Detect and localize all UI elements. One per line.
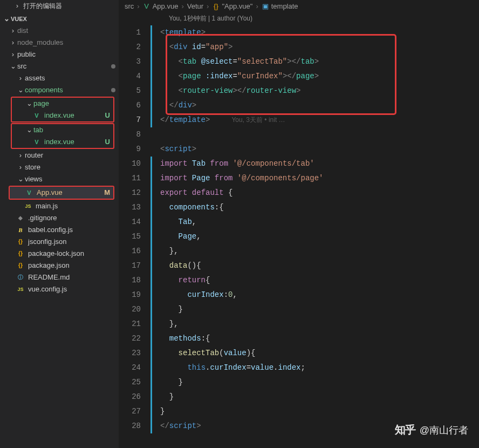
- chevron-right-icon: ›: [207, 2, 209, 10]
- status-modified: M: [104, 188, 110, 196]
- file-package-lock[interactable]: {}package-lock.json: [0, 248, 119, 260]
- editor-pane: src › VApp.vue › Vetur › {}"App.vue" › ▣…: [119, 0, 479, 448]
- babel-icon: B: [16, 226, 25, 234]
- chevron-down-icon: ⌄: [16, 175, 25, 184]
- file-readme[interactable]: ⓘREADME.md: [0, 271, 119, 283]
- folder-views[interactable]: ⌄views: [0, 173, 119, 185]
- file-vue-config[interactable]: JSvue.config.js: [0, 283, 119, 295]
- folder-page[interactable]: ⌄page: [12, 98, 113, 110]
- breadcrumb-file[interactable]: VApp.vue: [143, 2, 179, 10]
- breadcrumb-src[interactable]: src: [125, 2, 134, 10]
- zhihu-logo-icon: 知乎: [395, 423, 415, 437]
- chevron-down-icon: ⌄: [25, 126, 33, 134]
- file-page-index[interactable]: Vindex.vueU: [12, 110, 113, 121]
- folder-router[interactable]: ›router: [0, 150, 119, 161]
- line-number-gutter: 1234567891011121314151617181920212223242…: [119, 25, 150, 448]
- watermark-author: @南山行者: [420, 424, 468, 437]
- sidebar: › 打开的编辑器 ⌄ VUEX ›dist ›node_modules ›pub…: [0, 0, 119, 448]
- chevron-right-icon: ›: [9, 50, 17, 59]
- file-tab-index[interactable]: Vindex.vueU: [12, 136, 113, 148]
- brace-icon: {}: [212, 2, 220, 10]
- json-icon: {}: [16, 237, 25, 246]
- folder-dist[interactable]: ›dist: [0, 25, 119, 37]
- chevron-right-icon: ›: [9, 38, 17, 47]
- file-gitignore[interactable]: ◆.gitignore: [0, 212, 119, 224]
- folder-assets[interactable]: ›assets: [0, 72, 119, 84]
- chevron-right-icon: ›: [9, 26, 17, 35]
- code-editor[interactable]: 1234567891011121314151617181920212223242…: [119, 25, 479, 448]
- folder-src[interactable]: ⌄src: [0, 60, 119, 72]
- breadcrumb-template[interactable]: ▣template: [262, 2, 298, 10]
- chevron-right-icon: ›: [137, 2, 139, 10]
- js-icon: JS: [16, 285, 25, 294]
- git-icon: ◆: [16, 214, 25, 222]
- project-header[interactable]: ⌄ VUEX: [0, 13, 119, 25]
- vue-icon: V: [32, 138, 41, 146]
- file-jsconfig[interactable]: {}jsconfig.json: [0, 236, 119, 248]
- folder-store[interactable]: ›store: [0, 161, 119, 173]
- breadcrumb-vetur[interactable]: Vetur: [187, 2, 203, 10]
- info-icon: ⓘ: [16, 273, 25, 282]
- chevron-right-icon: ›: [13, 1, 22, 10]
- breadcrumb-scope[interactable]: {}"App.vue": [212, 2, 252, 10]
- chevron-right-icon: ›: [181, 2, 183, 10]
- file-babel-config[interactable]: Bbabel.config.js: [0, 224, 119, 236]
- js-icon: JS: [24, 202, 32, 211]
- folder-tab[interactable]: ⌄tab: [12, 124, 113, 136]
- folder-components[interactable]: ⌄components: [0, 84, 119, 96]
- file-app-vue[interactable]: VApp.vueM: [10, 187, 113, 199]
- code-content[interactable]: <template> <div id="app"> <tab @select="…: [150, 25, 479, 448]
- chevron-down-icon: ⌄: [16, 86, 25, 94]
- chevron-down-icon: ⌄: [2, 15, 11, 23]
- chevron-down-icon: ⌄: [25, 99, 33, 108]
- chevron-right-icon: ›: [16, 74, 25, 83]
- highlight-box-tab: ⌄tab Vindex.vueU: [11, 123, 114, 149]
- highlight-box-appvue: VApp.vueM: [9, 186, 114, 200]
- vue-icon: V: [32, 111, 41, 120]
- chevron-right-icon: ›: [256, 2, 258, 10]
- watermark: 知乎 @南山行者: [395, 423, 468, 437]
- vue-icon: V: [25, 188, 33, 197]
- chevron-down-icon: ⌄: [9, 62, 17, 71]
- folder-node-modules[interactable]: ›node_modules: [0, 37, 119, 49]
- status-dot-icon: [111, 88, 115, 92]
- chevron-right-icon: ›: [16, 163, 25, 172]
- chevron-right-icon: ›: [16, 151, 25, 160]
- file-package-json[interactable]: {}package.json: [0, 260, 119, 271]
- vue-icon: V: [143, 2, 150, 10]
- open-editors-label: 打开的编辑器: [23, 2, 62, 10]
- breadcrumb[interactable]: src › VApp.vue › Vetur › {}"App.vue" › ▣…: [119, 0, 479, 12]
- cube-icon: ▣: [262, 2, 269, 10]
- diff-indicator: [150, 157, 152, 433]
- status-untracked: U: [105, 111, 110, 119]
- file-main-js[interactable]: JSmain.js: [0, 200, 119, 212]
- codelens-authors[interactable]: You, 1秒钟前 | 1 author (You): [119, 12, 479, 25]
- folder-public[interactable]: ›public: [0, 49, 119, 60]
- json-icon: {}: [16, 249, 25, 258]
- inline-git-blame: You, 3天前 • init …: [231, 116, 285, 124]
- project-name: VUEX: [11, 16, 27, 22]
- highlight-box-page: ⌄page Vindex.vueU: [11, 97, 114, 123]
- status-dot-icon: [111, 64, 115, 69]
- file-tree: ›dist ›node_modules ›public ⌄src ›assets…: [0, 25, 119, 449]
- json-icon: {}: [16, 261, 25, 270]
- diff-indicator: [150, 25, 152, 127]
- status-untracked: U: [105, 138, 110, 146]
- open-editors-section[interactable]: › 打开的编辑器: [0, 0, 119, 13]
